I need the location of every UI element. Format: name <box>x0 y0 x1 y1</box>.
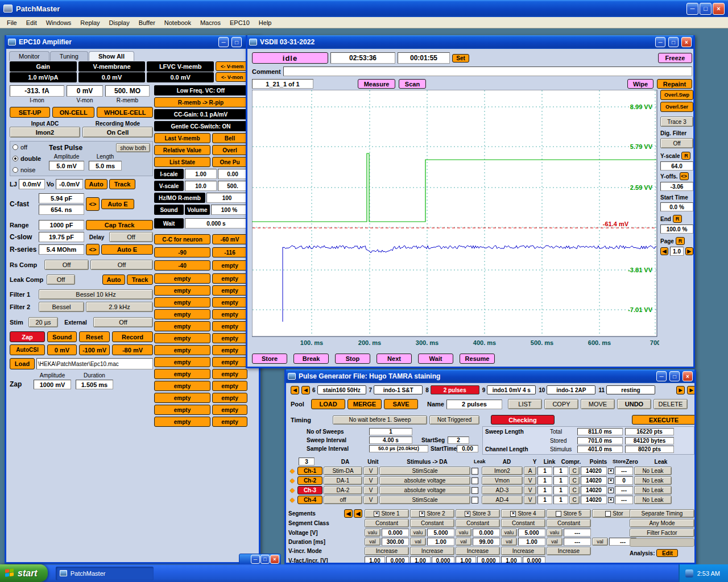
store-checkbox[interactable] <box>605 511 611 517</box>
maximize-button[interactable]: □ <box>700 3 712 15</box>
protocol-slot-button[interactable]: empty <box>212 405 247 415</box>
pool-scroll-left-icon[interactable]: ◀ <box>291 386 299 394</box>
on-cell-button[interactable]: ON-CELL <box>52 107 94 118</box>
maximize-button[interactable]: □ <box>669 371 680 381</box>
leak-checkbox[interactable] <box>471 487 478 494</box>
delay-select[interactable]: Off <box>109 232 153 242</box>
pool-action-button[interactable]: LOAD <box>311 399 345 409</box>
menu-item[interactable]: EPC10 <box>225 18 254 27</box>
duration-field[interactable]: 1.00 <box>518 538 545 546</box>
segment-store-toggle[interactable]: Store 4 <box>501 509 545 518</box>
end-reset-button[interactable]: R <box>673 215 682 223</box>
voltage-mode-button[interactable]: valu <box>547 529 562 537</box>
hold-minus80mv-button[interactable]: -80 mV <box>112 344 153 355</box>
v-fact-field[interactable]: 1.00 <box>365 556 385 564</box>
minimize-button[interactable]: ─ <box>656 371 667 381</box>
page-next-button[interactable]: ▶ <box>685 247 693 255</box>
test-pulse-noise-radio[interactable]: noise <box>13 167 46 173</box>
close-button[interactable]: × <box>713 3 725 15</box>
protocol-button[interactable]: -116 <box>212 247 247 257</box>
voltage-field[interactable]: --- <box>564 529 591 537</box>
leak-checkbox[interactable] <box>471 468 478 475</box>
sound-button[interactable]: Sound <box>47 331 77 342</box>
any-mode-button[interactable]: Any Mode <box>630 519 694 527</box>
compression-field[interactable]: 1 <box>553 496 568 504</box>
filter1-select[interactable]: Bessel 10 kHz <box>39 289 153 300</box>
compression-mode-button[interactable]: C <box>569 467 580 475</box>
leak-select[interactable]: No Leak <box>634 496 672 504</box>
filter2-freq-select[interactable]: 2.9 kHz <box>86 302 153 312</box>
zero-field[interactable]: --- <box>615 496 633 504</box>
v-incr-field[interactable]: 0.000 <box>432 556 454 564</box>
protocol-slot-button[interactable]: empty <box>154 333 210 343</box>
duration-field[interactable]: --- <box>564 538 591 546</box>
to-vmon-button[interactable]: <- V-mon <box>216 72 249 82</box>
compression-mode-button[interactable]: C <box>569 496 580 504</box>
channel-button[interactable]: Ch-3 <box>297 486 322 494</box>
protocol-slot-button[interactable]: empty <box>154 345 210 355</box>
setup-button[interactable]: SET-UP <box>10 107 50 118</box>
v-fact-field[interactable]: 1.00 <box>501 556 522 564</box>
protocol-slot-button[interactable]: empty <box>212 357 247 367</box>
recording-mode-select[interactable]: On Cell <box>82 127 153 138</box>
measure-button[interactable]: Measure <box>358 79 395 89</box>
wait-mode-select[interactable]: No wait before 1. Sweep <box>333 415 427 425</box>
repaint-button[interactable]: Repaint <box>657 79 692 89</box>
stim-scale-select[interactable]: StimScale <box>379 467 470 475</box>
analysis-edit-button[interactable]: Edit <box>656 549 678 557</box>
c-slow-value[interactable]: 19.75 pF <box>39 232 84 242</box>
close-button[interactable]: × <box>270 555 279 564</box>
show-both-button[interactable]: show both <box>116 143 150 152</box>
cap-track-button[interactable]: Cap Track <box>86 220 153 230</box>
protocol-slot-button[interactable]: empty <box>212 417 247 427</box>
protocol-slot-button[interactable]: empty <box>212 393 247 403</box>
hold-minus100mv-button[interactable]: -100 mV <box>79 344 110 355</box>
sweep-interval-field[interactable]: 4.00 s <box>369 436 412 444</box>
channel-button[interactable]: Ch-1 <box>297 467 322 475</box>
segment-store-toggle[interactable]: Store 3 <box>456 509 500 518</box>
link-field[interactable]: 1 <box>537 467 552 475</box>
menu-item[interactable]: Buffer <box>134 18 160 27</box>
test-pulse-double-radio[interactable]: double <box>13 155 46 162</box>
minimize-button[interactable]: ─ <box>251 555 260 564</box>
stim-scale-select[interactable]: absolute voltage <box>379 486 470 494</box>
sample-interval-field[interactable]: 50.0 µs (20.0kHz) <box>369 445 428 452</box>
menu-item[interactable]: Notebook <box>160 18 196 27</box>
overlay-series-button[interactable]: Overl.Ser <box>660 102 693 112</box>
protocol-slot-button[interactable]: empty <box>212 333 247 343</box>
protocol-slot-button[interactable]: empty <box>212 297 247 307</box>
row-marker-icon[interactable]: ◆ <box>288 487 296 494</box>
background-window-corner[interactable]: ─ □ × <box>239 554 281 565</box>
low-freq-vc-toggle[interactable]: Low Freq. VC: Off <box>154 85 247 95</box>
compression-mode-button[interactable]: C <box>569 486 580 494</box>
volume-field[interactable]: 100 % <box>211 205 247 215</box>
rmemb-to-rpip-button[interactable]: R-memb -> R-pip <box>154 97 247 107</box>
tab-monitor[interactable]: Monitor <box>9 51 49 61</box>
leak-track-button[interactable]: Track <box>127 275 153 285</box>
protocol-button[interactable]: Bell <box>212 133 247 143</box>
zap-amplitude-field[interactable]: 1000 mV <box>34 380 71 389</box>
y-unit-select[interactable]: V <box>524 486 536 494</box>
dig-filter-select[interactable]: Off <box>660 138 693 148</box>
pool-action-button[interactable]: MERGE <box>348 399 382 409</box>
protocol-slot-button[interactable]: empty <box>212 273 247 284</box>
da-select[interactable]: Stim-DA <box>324 467 362 475</box>
segment-class-select[interactable]: Constant <box>365 519 409 527</box>
menu-item[interactable]: File <box>2 18 22 27</box>
rs-comp-speed-select[interactable]: Off <box>44 260 89 270</box>
duration-mode-button[interactable]: val <box>501 538 517 546</box>
leak-select[interactable]: No Leak <box>634 476 672 485</box>
v-incr-field[interactable]: 0.000 <box>477 556 500 564</box>
link-field[interactable]: 1 <box>537 496 552 504</box>
v-fact-field[interactable]: 1.00 <box>410 556 431 564</box>
stim-filter-select[interactable]: 20 µs <box>28 317 58 327</box>
store-checkbox[interactable] <box>608 497 614 503</box>
unit-select[interactable]: V <box>363 486 378 494</box>
store-checkbox[interactable] <box>608 468 614 474</box>
protocol-slot-button[interactable]: empty <box>212 381 247 391</box>
compression-field[interactable]: 1 <box>553 467 568 475</box>
oscilloscope-titlebar[interactable]: VSDII 03-31-2022 ─ □ × <box>247 35 693 49</box>
wait-field[interactable]: 0.000 s <box>185 218 247 228</box>
c-fast-value[interactable]: 5.94 pF <box>39 193 84 203</box>
unit-select[interactable]: V <box>363 467 378 475</box>
